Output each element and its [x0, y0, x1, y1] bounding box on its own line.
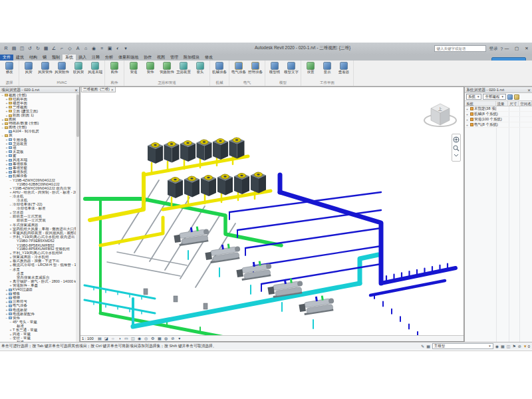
minimize-button[interactable]: —: [503, 45, 511, 52]
project-browser-close-icon[interactable]: ✕: [74, 88, 78, 92]
ribbon-button-duct[interactable]: 风管: [21, 61, 37, 74]
ribbon-tab-文件[interactable]: 文件: [0, 55, 13, 61]
maximize-button[interactable]: ▢: [513, 45, 521, 52]
signin-label[interactable]: 登录: [489, 46, 497, 52]
viewcube[interactable]: 上: [422, 95, 458, 131]
show-constraints-icon[interactable]: ◍: [164, 336, 169, 341]
more-icon[interactable]: ▾: [177, 336, 182, 341]
column-header-2[interactable]: 尺寸: [508, 101, 519, 106]
active-only-icon[interactable]: ◉: [495, 344, 499, 348]
zoom-icon[interactable]: [453, 145, 460, 152]
show-crop-icon[interactable]: ◫: [130, 336, 136, 341]
ribbon-button-duct-fitting[interactable]: 风管管件: [37, 61, 53, 74]
undo-icon[interactable]: ↺: [27, 45, 33, 52]
drag-on-selection-icon[interactable]: ⊘: [518, 344, 521, 348]
ribbon-tab-插入[interactable]: 插入: [76, 55, 89, 61]
save-icon[interactable]: ◫: [19, 45, 25, 52]
ribbon-button-model-text[interactable]: 模型文字: [283, 61, 299, 74]
redo-icon[interactable]: ↻: [35, 45, 41, 52]
view-tab[interactable]: 三维视图: {三维} ✕: [81, 87, 116, 92]
system-browser-row[interactable]: +管道(100 个系统): [465, 117, 532, 122]
project-browser-scrollbar[interactable]: [76, 93, 79, 342]
temporary-hide-icon[interactable]: ◉: [137, 336, 142, 341]
text-icon[interactable]: A: [74, 45, 81, 52]
search-input[interactable]: [434, 45, 486, 52]
ribbon-tab-预制[interactable]: 预制: [49, 55, 63, 61]
ribbon-button-sprinkler[interactable]: 喷头: [192, 61, 208, 74]
temporary-view-properties-icon[interactable]: ⚙: [150, 336, 156, 341]
ribbon-button-workplane-set[interactable]: 设置: [303, 61, 319, 74]
autofit-columns-icon[interactable]: [507, 94, 513, 100]
ribbon-button-modify-cursor[interactable]: 修改: [1, 61, 17, 74]
view-scale[interactable]: 1 : 100: [82, 336, 96, 340]
ribbon-tab-附加模块[interactable]: 附加模块: [181, 55, 202, 61]
ribbon-tab-建筑[interactable]: 建筑: [13, 55, 27, 61]
crop-view-icon[interactable]: ▭: [124, 336, 129, 341]
navigation-bar[interactable]: [452, 134, 461, 162]
ribbon-tab-分析[interactable]: 分析: [102, 55, 116, 61]
system-browser-close-icon[interactable]: ✕: [527, 88, 531, 92]
ribbon-tab-视图[interactable]: 视图: [154, 55, 168, 61]
aligned-dimension-icon[interactable]: ⌐: [59, 45, 65, 52]
ribbon-button-duct-accessory[interactable]: 风管附件: [54, 61, 70, 74]
ribbon-button-pipe-accessory[interactable]: 管路附件: [159, 61, 175, 74]
column-header-3[interactable]: 空间名称: [519, 101, 532, 106]
ribbon-button-model-line[interactable]: 模型线: [267, 61, 283, 74]
ribbon-tab-管理[interactable]: 管理: [168, 55, 181, 61]
view-type-dropdown[interactable]: 系统▼: [466, 94, 481, 100]
system-browser-row[interactable]: +机械(8 个系统): [465, 112, 532, 117]
ribbon-button-pipe-fitting[interactable]: 管件: [142, 61, 158, 74]
select-underlay-icon[interactable]: ◫: [507, 344, 511, 348]
exclude-options-icon[interactable]: ⊘: [170, 336, 176, 341]
select-links-icon[interactable]: ▦: [501, 344, 505, 348]
customize-qat-icon[interactable]: ▾: [122, 45, 129, 52]
ribbon-button-electrical-equipment[interactable]: 电气设备: [231, 61, 247, 74]
switch-windows-icon[interactable]: ◐: [114, 45, 121, 52]
measure-icon[interactable]: ∠: [51, 45, 57, 52]
ribbon-button-pipe[interactable]: 管道: [126, 61, 142, 74]
shadows-icon[interactable]: ◑: [117, 336, 122, 341]
ribbon-button-plumbing-fixture[interactable]: 卫浴装置: [176, 61, 192, 74]
ribbon-button-flex-duct[interactable]: 软风管: [70, 61, 86, 74]
ribbon-tab-修改[interactable]: 修改: [202, 55, 215, 61]
ribbon-tab-注释[interactable]: 注释: [89, 55, 102, 61]
ribbon-tab-结构[interactable]: 结构: [27, 55, 40, 61]
ribbon-button-workplane-show[interactable]: 显示: [319, 61, 335, 74]
default-3d-view-icon[interactable]: ⌂: [82, 45, 89, 52]
detail-level-icon[interactable]: ▤: [97, 336, 102, 341]
system-browser-row[interactable]: +未指定(38 项): [465, 106, 532, 112]
column-settings-icon[interactable]: [514, 94, 519, 100]
ribbon-button-component[interactable]: 构件: [106, 61, 122, 74]
discipline-dropdown[interactable]: 全部规程▼: [483, 94, 505, 100]
ribbon-button-air-terminal[interactable]: 风道末端: [87, 61, 103, 74]
reveal-hidden-icon[interactable]: ◎: [144, 336, 149, 341]
print-icon[interactable]: ▦: [43, 45, 49, 52]
selection-filter[interactable]: ▼ 0: [523, 344, 530, 348]
column-header-1[interactable]: 流量: [496, 101, 509, 106]
system-browser-row[interactable]: +电气(8 个系统): [465, 122, 532, 128]
close-hidden-windows-icon[interactable]: ▣: [106, 45, 113, 52]
editable-only-icon[interactable]: ✎: [421, 344, 424, 348]
column-header-0[interactable]: 系统: [465, 101, 496, 106]
ribbon-tab-协作[interactable]: 协作: [141, 55, 154, 61]
model-3d-view[interactable]: [80, 92, 464, 336]
visual-style-icon[interactable]: ◪: [104, 336, 109, 341]
ribbon-button-lighting-fixture[interactable]: 照明设备: [247, 61, 263, 74]
ribbon-tab-体量和场地[interactable]: 体量和场地: [116, 55, 141, 61]
drawing-area[interactable]: 上 三维视图: {三维} ✕ 1 : 100 ▤◪☼◑▭◫◉◎⚙▦◍⊘▾: [80, 86, 464, 342]
view-tab-close-icon[interactable]: ✕: [111, 88, 114, 92]
design-option-dropdown[interactable]: 主模型▼: [432, 343, 493, 349]
tag-icon[interactable]: ◇: [66, 45, 73, 52]
sun-path-icon[interactable]: ☼: [110, 336, 116, 341]
thin-lines-icon[interactable]: ≡: [98, 45, 105, 52]
navbar-expand-icon[interactable]: [453, 154, 460, 158]
steering-wheel-icon[interactable]: [453, 136, 460, 143]
worksets-icon[interactable]: ▦: [426, 344, 430, 348]
close-button[interactable]: ✕: [523, 45, 531, 52]
worksharing-display-icon[interactable]: ▦: [157, 336, 162, 341]
select-pinned-icon[interactable]: ⚑: [512, 344, 515, 348]
section-icon[interactable]: ◉: [90, 45, 97, 52]
ribbon-button-mechanical-equipment[interactable]: 机械设备: [211, 61, 227, 74]
ribbon-tab-系统[interactable]: 系统: [63, 55, 76, 61]
revit-logo-icon[interactable]: R: [3, 45, 9, 52]
